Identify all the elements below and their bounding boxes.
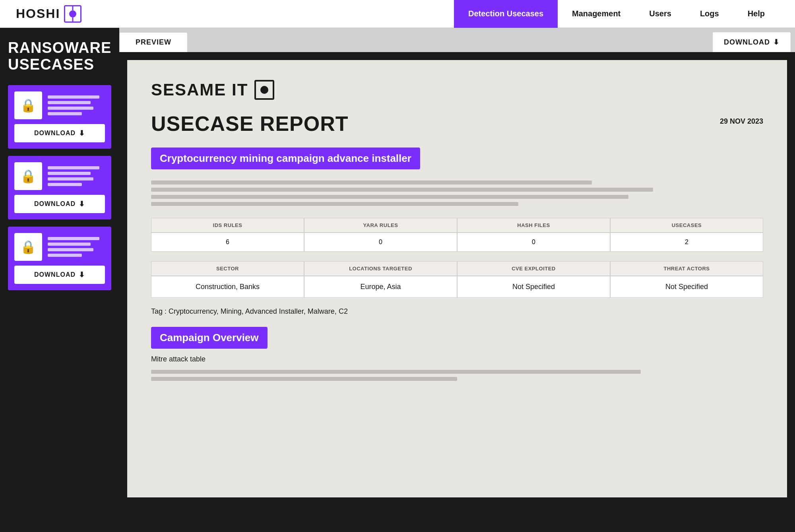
content-lines bbox=[151, 370, 763, 381]
sidebar-download-label-2: DOWNLOAD bbox=[34, 200, 76, 208]
content-line-2 bbox=[151, 377, 457, 381]
nav-item-users[interactable]: Users bbox=[635, 0, 686, 28]
details-grid-headers: SECTOR LOCATIONS TARGETED CVE EXPLOITED … bbox=[151, 261, 763, 276]
report-title-row: USECASE REPORT 29 NOV 2023 bbox=[151, 112, 763, 136]
desc-line-1 bbox=[151, 181, 592, 184]
sidebar-download-btn-2[interactable]: DOWNLOAD ⬇ bbox=[14, 195, 105, 213]
hash-files-header: HASH FILES bbox=[457, 218, 610, 233]
report-title: USECASE REPORT bbox=[151, 112, 349, 136]
report-inner: SESAME IT USECASE REPORT 29 NOV 2023 Cry… bbox=[127, 60, 787, 497]
details-grid-values: Construction, Banks Europe, Asia Not Spe… bbox=[151, 276, 763, 298]
yara-rules-header: YARA RULES bbox=[304, 218, 457, 233]
sidebar-card-3: 🔒 DOWNLOAD ⬇ bbox=[8, 227, 111, 290]
desc-lines bbox=[151, 181, 763, 206]
content-area: PREVIEW DOWNLOAD ⬇ SESAME IT US bbox=[119, 28, 795, 532]
report-panel: SESAME IT USECASE REPORT 29 NOV 2023 Cry… bbox=[119, 52, 795, 532]
card-2-line-1 bbox=[48, 166, 99, 169]
download-icon-3: ⬇ bbox=[79, 270, 85, 279]
cve-header: CVE EXPLOITED bbox=[457, 261, 610, 276]
sidebar-download-label-1: DOWNLOAD bbox=[34, 130, 76, 137]
card-3-line-1 bbox=[48, 237, 99, 240]
lock-icon-2: 🔒 bbox=[20, 169, 36, 184]
locations-value: Europe, Asia bbox=[304, 276, 457, 298]
download-tab-icon: ⬇ bbox=[773, 38, 779, 47]
stats-grid-values: 6 0 0 2 bbox=[151, 233, 763, 252]
desc-line-4 bbox=[151, 202, 518, 206]
usecases-value: 2 bbox=[610, 233, 763, 252]
tags-line: Tag : Cryptocurrency, Mining, Advanced I… bbox=[151, 307, 763, 316]
report-date: 29 NOV 2023 bbox=[720, 117, 763, 126]
logo-text: HOSHI bbox=[16, 6, 60, 21]
download-icon-1: ⬇ bbox=[79, 129, 85, 138]
card-2-line-3 bbox=[48, 177, 93, 181]
download-tab-button[interactable]: DOWNLOAD ⬇ bbox=[712, 32, 791, 52]
nav-item-help[interactable]: Help bbox=[733, 0, 779, 28]
sector-value: Construction, Banks bbox=[151, 276, 304, 298]
locations-header: LOCATIONS TARGETED bbox=[304, 261, 457, 276]
tab-preview[interactable]: PREVIEW bbox=[119, 32, 188, 52]
brand-icon-inner bbox=[260, 86, 268, 94]
card-1-line-2 bbox=[48, 101, 91, 104]
card-2-line-4 bbox=[48, 183, 82, 186]
sidebar-card-1: 🔒 DOWNLOAD ⬇ bbox=[8, 85, 111, 149]
card-1-line-1 bbox=[48, 95, 99, 99]
card-1-lines bbox=[48, 95, 105, 115]
tab-bar: PREVIEW DOWNLOAD ⬇ bbox=[119, 28, 795, 52]
download-tab-label: DOWNLOAD bbox=[724, 38, 770, 47]
card-3-lines bbox=[48, 237, 105, 257]
card-2-icon-box: 🔒 bbox=[14, 162, 42, 190]
lock-icon-1: 🔒 bbox=[20, 98, 36, 113]
lock-icon-3: 🔒 bbox=[20, 239, 36, 254]
sidebar-card-3-top: 🔒 bbox=[14, 233, 105, 261]
actors-header: THREAT ACTORS bbox=[610, 261, 763, 276]
cve-value: Not Specified bbox=[457, 276, 610, 298]
sidebar-download-btn-1[interactable]: DOWNLOAD ⬇ bbox=[14, 124, 105, 142]
card-3-line-3 bbox=[48, 248, 93, 251]
campaign-overview-label: Campaign Overview bbox=[151, 327, 268, 349]
sidebar-download-label-3: DOWNLOAD bbox=[34, 271, 76, 278]
yara-rules-value: 0 bbox=[304, 233, 457, 252]
sidebar-download-btn-3[interactable]: DOWNLOAD ⬇ bbox=[14, 266, 105, 284]
sidebar: RANSOWARE USECASES 🔒 DOWNLOAD ⬇ bbox=[0, 28, 119, 532]
logo-icon bbox=[64, 5, 81, 23]
nav-item-management[interactable]: Management bbox=[558, 0, 635, 28]
logo-icon-inner bbox=[69, 10, 76, 17]
actors-value: Not Specified bbox=[610, 276, 763, 298]
card-1-line-3 bbox=[48, 107, 93, 110]
card-1-icon-box: 🔒 bbox=[14, 91, 42, 119]
ids-rules-header: IDS RULES bbox=[151, 218, 304, 233]
card-3-line-2 bbox=[48, 243, 91, 246]
main-layout: RANSOWARE USECASES 🔒 DOWNLOAD ⬇ bbox=[0, 28, 795, 532]
card-2-line-2 bbox=[48, 172, 91, 175]
stats-grid-headers: IDS RULES YARA RULES HASH FILES USECASES bbox=[151, 218, 763, 233]
campaign-title-highlight: Cryptocurrency mining campaign advance i… bbox=[151, 148, 420, 169]
desc-line-3 bbox=[151, 195, 628, 199]
sidebar-card-2-top: 🔒 bbox=[14, 162, 105, 190]
hash-files-value: 0 bbox=[457, 233, 610, 252]
top-navigation: HOSHI Detection Usecases Management User… bbox=[0, 0, 795, 28]
sidebar-card-2: 🔒 DOWNLOAD ⬇ bbox=[8, 156, 111, 219]
nav-item-logs[interactable]: Logs bbox=[686, 0, 733, 28]
card-3-line-4 bbox=[48, 254, 82, 257]
nav-items: Detection Usecases Management Users Logs… bbox=[454, 0, 779, 28]
nav-item-detection-usecases[interactable]: Detection Usecases bbox=[454, 0, 558, 28]
content-line-1 bbox=[151, 370, 641, 374]
report-brand: SESAME IT bbox=[151, 80, 763, 100]
download-icon-2: ⬇ bbox=[79, 200, 85, 208]
card-2-lines bbox=[48, 166, 105, 186]
card-1-line-4 bbox=[48, 112, 82, 115]
ids-rules-value: 6 bbox=[151, 233, 304, 252]
brand-icon bbox=[254, 80, 274, 100]
sidebar-title: RANSOWARE USECASES bbox=[8, 40, 111, 73]
logo-area: HOSHI bbox=[16, 5, 81, 23]
brand-text: SESAME IT bbox=[151, 80, 248, 99]
desc-line-2 bbox=[151, 188, 653, 192]
card-3-icon-box: 🔒 bbox=[14, 233, 42, 261]
usecases-header: USECASES bbox=[610, 218, 763, 233]
sidebar-card-1-top: 🔒 bbox=[14, 91, 105, 119]
sector-header: SECTOR bbox=[151, 261, 304, 276]
mitre-subtitle: Mitre attack table bbox=[151, 355, 763, 363]
